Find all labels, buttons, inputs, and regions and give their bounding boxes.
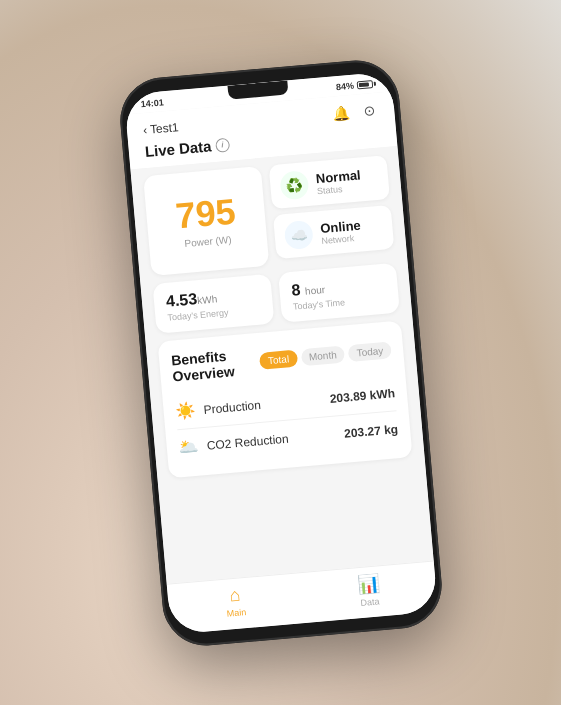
online-text: Online Network xyxy=(319,217,361,245)
production-icon: ☀️ xyxy=(174,400,196,421)
header-icons: 🔔 ⊙ xyxy=(331,100,378,122)
time-number: 8 xyxy=(290,281,300,299)
co2-left: 🌥️ CO2 Reduction xyxy=(178,428,289,457)
back-button[interactable]: ‹ Test1 xyxy=(142,120,179,137)
normal-status-card: ♻️ Normal Status xyxy=(268,155,389,209)
settings-icon[interactable]: ⊙ xyxy=(359,100,379,120)
info-icon[interactable]: i xyxy=(214,137,229,152)
live-data-title: Live Data xyxy=(144,137,212,160)
production-left: ☀️ Production xyxy=(174,394,261,420)
co2-unit: kg xyxy=(383,421,398,436)
tab-today[interactable]: Today xyxy=(347,340,391,361)
benefits-title: Benefits Overview xyxy=(170,344,261,384)
nav-main[interactable]: ⌂ Main xyxy=(167,579,303,625)
energy-unit: kWh xyxy=(196,293,217,306)
battery-icon xyxy=(356,79,376,89)
normal-icon: ♻️ xyxy=(279,170,309,200)
benefits-header: Benefits Overview Total Month Today xyxy=(170,333,392,384)
co2-value: 203.27 kg xyxy=(343,421,398,440)
status-cards: ♻️ Normal Status ☁️ Online Network xyxy=(268,155,394,265)
data-nav-label: Data xyxy=(360,596,380,608)
tab-month[interactable]: Month xyxy=(300,344,345,365)
power-label: Power (W) xyxy=(183,233,231,248)
co2-name: CO2 Reduction xyxy=(206,431,289,452)
main-nav-icon: ⌂ xyxy=(228,584,241,606)
co2-icon: 🌥️ xyxy=(178,436,200,457)
energy-metric-card: 4.53kWh Today's Energy xyxy=(152,273,274,333)
energy-number: 4.53 xyxy=(165,290,198,310)
back-label: Test1 xyxy=(149,120,179,136)
benefits-section: Benefits Overview Total Month Today ☀️ P… xyxy=(157,320,412,478)
back-chevron-icon: ‹ xyxy=(142,122,147,136)
cards-grid: 795 Power (W) ♻️ Normal Status xyxy=(130,146,407,285)
production-name: Production xyxy=(203,397,261,416)
app-content: 795 Power (W) ♻️ Normal Status xyxy=(130,146,433,584)
battery-percent: 84% xyxy=(335,80,354,92)
power-card: 795 Power (W) xyxy=(143,166,269,276)
production-number: 203.89 xyxy=(329,388,367,405)
notch xyxy=(227,80,288,99)
nav-data[interactable]: 📊 Data xyxy=(300,567,436,613)
production-value: 203.89 kWh xyxy=(329,385,395,405)
bell-icon[interactable]: 🔔 xyxy=(331,103,351,123)
production-unit: kWh xyxy=(369,385,395,401)
tab-total[interactable]: Total xyxy=(259,349,297,369)
status-time: 14:01 xyxy=(140,97,164,109)
phone-mockup: 14:01 84% ‹ Test1 xyxy=(116,56,445,648)
data-nav-icon: 📊 xyxy=(356,572,380,596)
phone-frame: 14:01 84% ‹ Test1 xyxy=(116,56,445,648)
online-status-card: ☁️ Online Network xyxy=(272,204,393,258)
power-value: 795 xyxy=(174,192,237,233)
online-icon: ☁️ xyxy=(283,219,313,249)
co2-number: 203.27 xyxy=(343,423,381,440)
time-unit: hour xyxy=(304,283,325,296)
main-nav-label: Main xyxy=(226,607,246,619)
status-indicators: 84% xyxy=(335,78,376,91)
tab-group: Total Month Today xyxy=(259,340,392,368)
normal-text: Normal Status xyxy=(315,166,362,195)
time-metric-card: 8 hour Today's Time xyxy=(278,262,400,322)
phone-screen: 14:01 84% ‹ Test1 xyxy=(123,71,437,634)
